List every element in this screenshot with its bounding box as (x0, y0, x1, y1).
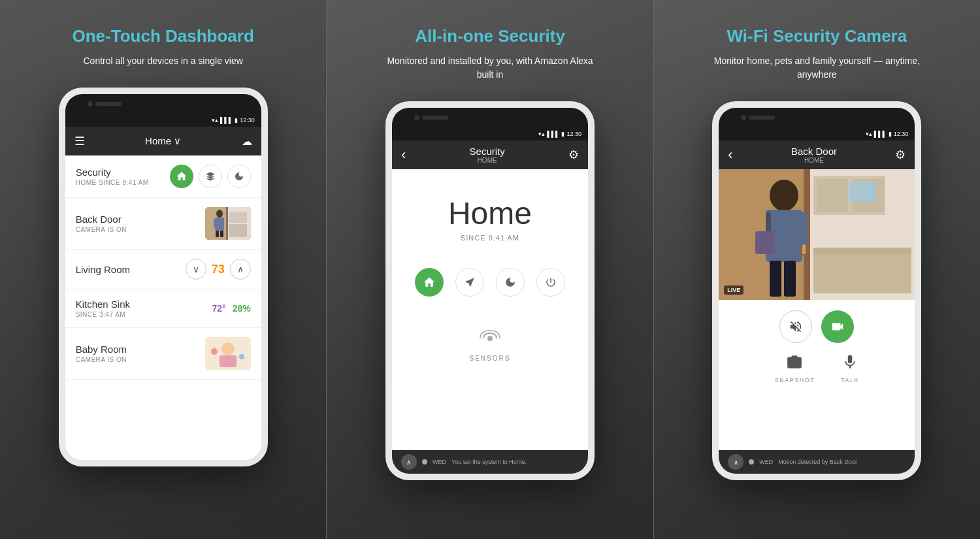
babyroom-thumb[interactable] (205, 337, 251, 370)
phone3-camera-dot (741, 115, 746, 120)
panel-security: All-in-one Security Monitored and instal… (327, 0, 653, 539)
phone3-status-bar: ▾▴ ▌▌▌ ▮ 12:30 (719, 127, 915, 140)
notif-day-3: WED (759, 459, 773, 465)
phone3-header-title: Back Door (791, 146, 837, 157)
talk-action[interactable]: TALK (841, 353, 859, 384)
list-item-livingroom[interactable]: Living Room ∨ 73 ∧ (65, 250, 261, 289)
svg-point-17 (487, 336, 493, 341)
panel1-title: One-Touch Dashboard (73, 26, 254, 46)
panel3-title: Wi-Fi Security Camera (727, 26, 907, 46)
notif-dot (422, 459, 427, 465)
svg-point-13 (221, 342, 235, 355)
kitchen-readings: 72° 28% (212, 303, 250, 314)
svg-rect-9 (216, 231, 219, 237)
battery-icon-3: ▮ (889, 131, 892, 137)
babyroom-info: Baby Room CAMERA IS ON (76, 344, 127, 363)
menu-icon[interactable]: ☰ (74, 134, 85, 148)
away-mode-btn[interactable] (199, 165, 222, 188)
livingroom-info: Living Room (76, 264, 130, 275)
panel-dashboard: One-Touch Dashboard Control all your dev… (0, 0, 326, 539)
kitchen-temp: 72° (212, 303, 225, 314)
phone2-header-title: Security (470, 146, 505, 157)
snapshot-label: SNAPSHOT (775, 377, 815, 384)
phone2-status-bar: ▾▴ ▌▌▌ ▮ 12:30 (392, 127, 588, 140)
svg-rect-25 (813, 248, 911, 254)
security-mode-btns (415, 268, 565, 297)
notif-dot-3 (749, 459, 754, 465)
phone1-camera-dot (88, 101, 93, 106)
panel2-subtitle: Monitored and installed by you, with Ama… (385, 54, 595, 82)
svg-point-28 (770, 180, 798, 211)
home-btn[interactable] (415, 268, 444, 297)
phone2-camera-dot (414, 115, 419, 120)
phone3-time: 12:30 (894, 131, 909, 137)
live-badge: LIVE (724, 286, 743, 295)
list-item-kitchen[interactable]: Kitchen Sink SINCE 3:47 AM 72° 28% (65, 289, 261, 328)
svg-rect-11 (226, 207, 228, 240)
svg-rect-7 (214, 219, 217, 228)
snapshot-icon (786, 353, 803, 374)
babyroom-sub: CAMERA IS ON (76, 356, 127, 363)
back-btn-2[interactable]: ‹ (401, 146, 406, 163)
gear-icon-2[interactable]: ⚙ (568, 148, 579, 162)
temp-down-btn[interactable]: ∨ (186, 259, 206, 280)
phone2-notif-bar: ∧ WED You set the system to Home. (392, 450, 588, 474)
sensors-label: SENSORS (470, 355, 511, 362)
notif-up-btn-3[interactable]: ∧ (728, 454, 743, 470)
security-title: Security (76, 167, 149, 178)
away-btn[interactable] (455, 268, 484, 297)
snapshot-action[interactable]: SNAPSHOT (775, 353, 815, 384)
backdoor-title: Back Door (76, 214, 127, 225)
list-item-security[interactable]: Security HOME SINCE 9:41 AM (65, 155, 261, 198)
night-btn[interactable] (496, 268, 525, 297)
phone-1: ▾▴ ▌▌▌ ▮ 12:30 ☰ Home ∨ ☁ Security HOME … (59, 88, 268, 466)
notif-text-3: Motion detected by Back Door (778, 459, 857, 465)
phone2-header-sub: HOME (478, 157, 497, 164)
security-mode-label: Home (448, 195, 532, 231)
talk-icon (841, 353, 858, 374)
phone3-app-header: ‹ Back Door HOME ⚙ (719, 140, 915, 169)
signal-icon-3: ▌▌▌ (874, 131, 887, 137)
battery-icon: ▮ (235, 117, 238, 123)
home-mode-btn[interactable] (170, 165, 193, 188)
security-sub: HOME SINCE 9:41 AM (76, 179, 149, 186)
mute-btn[interactable] (779, 310, 812, 343)
notif-up-btn[interactable]: ∧ (401, 454, 417, 470)
babyroom-title: Baby Room (76, 344, 127, 355)
gear-icon-3[interactable]: ⚙ (895, 148, 906, 162)
phone3-header-sub: HOME (804, 157, 824, 164)
panel3-subtitle: Monitor home, pets and family yourself —… (712, 54, 921, 82)
list-item-backdoor[interactable]: Back Door CAMERA IS ON (65, 198, 261, 250)
list-item-babyroom[interactable]: Baby Room CAMERA IS ON (65, 328, 261, 380)
svg-rect-36 (784, 261, 796, 297)
signal-icon: ▌▌▌ (220, 117, 233, 123)
camera-on-btn[interactable] (821, 310, 854, 343)
svg-rect-34 (802, 244, 806, 254)
kitchen-title: Kitchen Sink (76, 299, 130, 310)
back-btn-3[interactable]: ‹ (728, 146, 732, 163)
camera-main-buttons (779, 310, 854, 343)
camera-controls-area: SNAPSHOT TALK (719, 300, 915, 394)
cloud-icon[interactable]: ☁ (242, 135, 252, 148)
phone3-content: LIVE (719, 169, 915, 474)
phone2-header-center: Security HOME (470, 146, 505, 164)
phone1-header-title[interactable]: Home ∨ (145, 135, 181, 147)
temp-up-btn[interactable]: ∧ (230, 259, 251, 280)
backdoor-sub: CAMERA IS ON (76, 226, 127, 233)
kitchen-sub: SINCE 3:47 AM (76, 311, 130, 318)
temp-value: 73 (212, 263, 225, 276)
security-screen: Home SINCE 9:41 AM (392, 169, 588, 474)
svg-rect-4 (229, 224, 247, 237)
off-btn[interactable] (536, 268, 565, 297)
panel1-subtitle: Control all your devices in a single vie… (83, 54, 242, 68)
backdoor-camera-thumb[interactable] (205, 207, 251, 240)
wifi-icon: ▾▴ (212, 117, 218, 123)
phone1-content: Security HOME SINCE 9:41 AM (65, 155, 261, 460)
night-mode-btn[interactable] (227, 165, 251, 188)
sensors-area[interactable]: SENSORS (470, 329, 511, 362)
security-mode-buttons (170, 165, 251, 188)
phone1-status-icons: ▾▴ ▌▌▌ ▮ 12:30 (212, 117, 255, 123)
panel-camera: Wi-Fi Security Camera Monitor home, pets… (654, 0, 980, 539)
camera-live-feed[interactable]: LIVE (719, 169, 915, 300)
sensors-icon (478, 329, 502, 352)
